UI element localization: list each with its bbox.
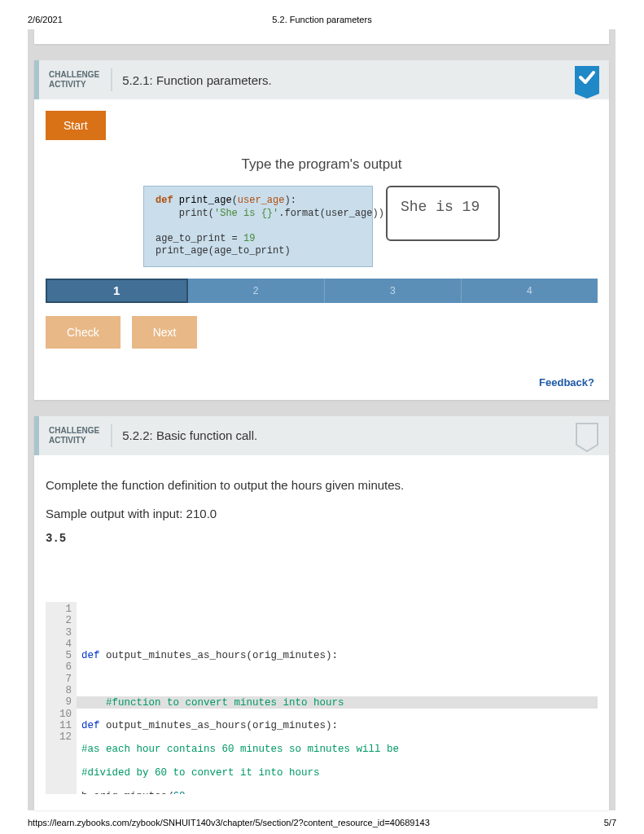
print-title: 5.2. Function parameters [272,15,371,24]
check-button[interactable]: Check [46,316,120,349]
code-area[interactable]: def output_minutes_as_hours(orig_minutes… [77,602,598,794]
print-page: 5/7 [604,818,616,827]
step-2[interactable]: 2 [188,279,325,303]
action-buttons: Check Next [46,316,598,349]
shield-outline-icon [575,422,599,453]
feedback-link[interactable]: Feedback? [34,365,609,400]
step-3[interactable]: 3 [325,279,462,303]
next-button[interactable]: Next [132,316,198,349]
challenge-activity-label: CHALLENGE ACTIVITY [39,424,112,447]
line-gutter: 1 2 3 4 5 6 7 8 9 10 11 12 [46,602,77,794]
activity-5-2-1: CHALLENGE ACTIVITY 5.2.1: Function param… [34,60,609,400]
step-4[interactable]: 4 [462,279,598,303]
instruction-text: Complete the function definition to outp… [46,478,598,492]
code-and-output-row: def print_age(user_age): print('She is {… [46,186,598,267]
activity-header: CHALLENGE ACTIVITY 5.2.1: Function param… [34,60,609,99]
page-body: CHALLENGE ACTIVITY 5.2.1: Function param… [28,29,616,810]
challenge-activity-label: CHALLENGE ACTIVITY [39,68,112,91]
sample-label: Sample output with input: 210.0 [46,507,598,520]
code-box: def print_age(user_age): print('She is {… [143,186,373,267]
activity-title: 5.2.1: Function parameters. [112,73,575,87]
start-button[interactable]: Start [46,111,106,140]
activity-5-2-2: CHALLENGE ACTIVITY 5.2.2: Basic function… [34,416,609,810]
step-tabs: 1 2 3 4 [46,279,598,303]
checkmark-icon [575,66,599,89]
print-url: https://learn.zybooks.com/zybook/SNHUIT1… [28,818,430,827]
activity-body: Start Type the program's output def prin… [34,99,609,365]
code-editor[interactable]: 1 2 3 4 5 6 7 8 9 10 11 12 def output_mi… [46,602,598,794]
sample-output: 3.5 [46,532,598,545]
activity-header: CHALLENGE ACTIVITY 5.2.2: Basic function… [34,416,609,455]
completion-badge [575,66,599,94]
prompt-title: Type the program's output [46,156,598,173]
activity-body: Complete the function definition to outp… [34,455,609,810]
previous-card-stub [34,29,609,44]
step-1[interactable]: 1 [46,279,188,303]
activity-title: 5.2.2: Basic function call. [112,428,575,442]
completion-badge [575,422,599,450]
output-box[interactable]: She is 19 [386,186,500,241]
print-date: 2/6/2021 [28,15,63,24]
